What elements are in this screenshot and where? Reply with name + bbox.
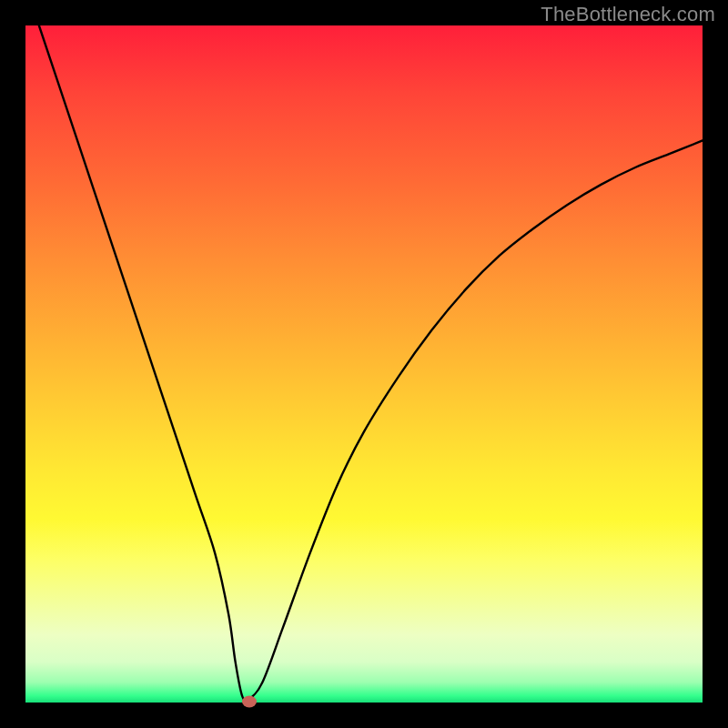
bottleneck-curve — [25, 25, 703, 703]
optimum-marker — [242, 695, 257, 707]
watermark-label: TheBottleneck.com — [541, 3, 715, 26]
chart-frame: TheBottleneck.com — [0, 0, 728, 728]
plot-area — [25, 25, 703, 703]
